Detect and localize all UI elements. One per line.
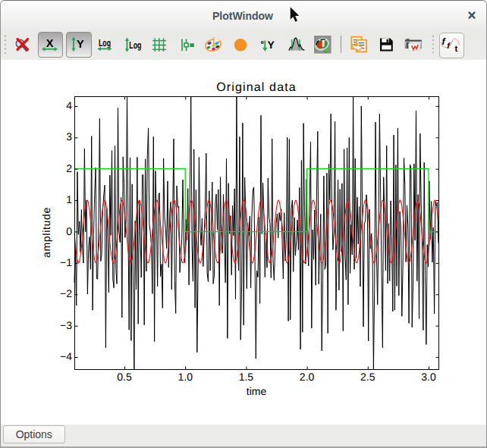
svg-text:amplitude: amplitude <box>40 207 52 258</box>
svg-text:2: 2 <box>66 162 72 174</box>
svg-text:Log: Log <box>129 39 141 51</box>
svg-text:3.0: 3.0 <box>421 371 436 383</box>
svg-text:2.0: 2.0 <box>300 371 315 383</box>
svg-text:1.0: 1.0 <box>178 371 193 383</box>
svg-text:X: X <box>46 38 54 50</box>
svg-text:Y: Y <box>268 39 275 51</box>
svg-text:Log: Log <box>99 37 111 49</box>
svg-text:1.5: 1.5 <box>239 371 254 383</box>
svg-text:f: f <box>447 42 451 51</box>
svg-text:time: time <box>247 385 267 397</box>
svg-text:−2: −2 <box>60 287 72 299</box>
svg-text:−3: −3 <box>60 319 72 331</box>
svg-text:3: 3 <box>66 130 72 143</box>
svg-text:Original data: Original data <box>216 81 297 94</box>
svg-text:4: 4 <box>66 99 72 111</box>
svg-text:2.5: 2.5 <box>360 371 375 383</box>
svg-text:0.5: 0.5 <box>117 371 132 383</box>
svg-text:t: t <box>455 45 458 54</box>
svg-text:f: f <box>442 36 447 47</box>
svg-text:−4: −4 <box>60 350 72 362</box>
svg-text:1: 1 <box>66 193 72 205</box>
svg-text:Y: Y <box>77 39 84 51</box>
svg-text:−1: −1 <box>60 256 72 268</box>
svg-text:0: 0 <box>66 225 72 237</box>
